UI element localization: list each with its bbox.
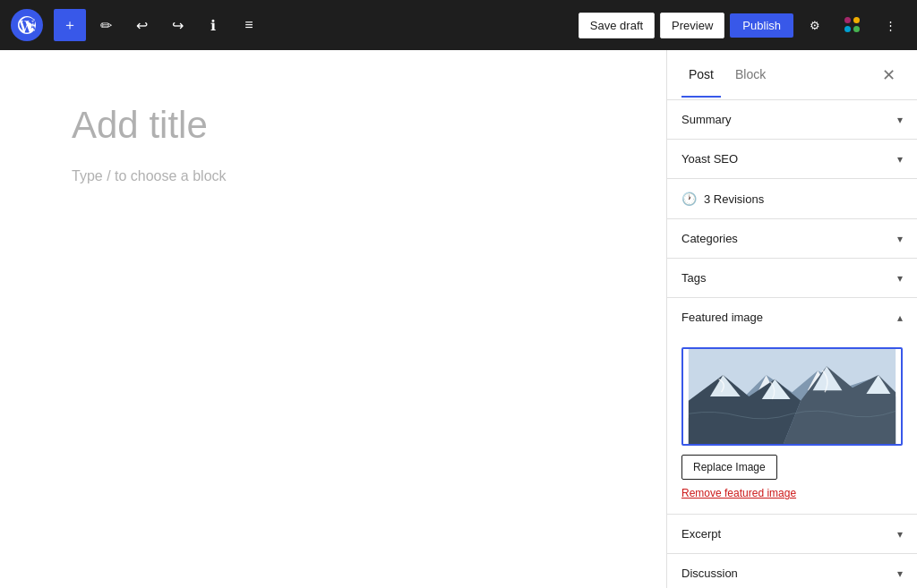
summary-section: Summary ▾ bbox=[667, 100, 917, 140]
pencil-icon: ✏ bbox=[100, 17, 112, 34]
yoast-chevron: ▾ bbox=[897, 153, 903, 166]
list-view-button[interactable]: ≡ bbox=[233, 9, 265, 41]
featured-image-header[interactable]: Featured image ▴ bbox=[667, 298, 917, 337]
tab-post[interactable]: Post bbox=[681, 53, 721, 98]
yoast-left: Yoast SEO bbox=[681, 152, 738, 166]
tags-section: Tags ▾ bbox=[667, 259, 917, 298]
ellipsis-icon: ⋮ bbox=[885, 19, 896, 32]
discussion-section: Discussion ▾ bbox=[667, 554, 917, 588]
replace-image-button[interactable]: Replace Image bbox=[681, 455, 777, 480]
wp-logo bbox=[11, 9, 43, 41]
tags-header[interactable]: Tags ▾ bbox=[667, 259, 917, 297]
discussion-title: Discussion bbox=[681, 567, 738, 580]
discussion-chevron: ▾ bbox=[897, 567, 903, 580]
clock-icon: 🕐 bbox=[681, 192, 697, 206]
undo-button[interactable]: ↩ bbox=[125, 9, 158, 41]
categories-chevron: ▾ bbox=[897, 233, 903, 245]
tags-title: Tags bbox=[681, 271, 706, 285]
summary-header[interactable]: Summary ▾ bbox=[667, 100, 917, 139]
yoast-seo-section[interactable]: Yoast SEO ▾ bbox=[667, 140, 917, 179]
discussion-header[interactable]: Discussion ▾ bbox=[667, 554, 917, 588]
revisions-section[interactable]: 🕐 3 Revisions bbox=[667, 179, 917, 219]
tags-chevron: ▾ bbox=[897, 272, 903, 285]
categories-header[interactable]: Categories ▾ bbox=[667, 219, 917, 258]
sidebar: Post Block ✕ Summary ▾ Yoast SEO ▾ 🕐 3 R… bbox=[666, 50, 917, 588]
yoast-icon bbox=[844, 17, 861, 33]
remove-featured-image-button[interactable]: Remove featured image bbox=[681, 487, 796, 499]
summary-chevron: ▾ bbox=[897, 114, 903, 126]
more-options-button[interactable]: ⋮ bbox=[874, 9, 906, 41]
sidebar-close-button[interactable]: ✕ bbox=[874, 61, 903, 89]
editor-area: Add title Type / to choose a block bbox=[0, 50, 666, 588]
add-block-button[interactable]: ＋ bbox=[54, 9, 86, 41]
settings-button[interactable]: ⚙ bbox=[799, 9, 831, 41]
featured-image-content: Replace Image Remove featured image bbox=[667, 337, 917, 514]
yoast-button[interactable] bbox=[836, 9, 869, 41]
post-title-field[interactable]: Add title bbox=[72, 104, 595, 147]
tab-block[interactable]: Block bbox=[728, 53, 773, 98]
featured-image-chevron: ▴ bbox=[897, 311, 903, 324]
publish-button[interactable]: Publish bbox=[730, 13, 793, 38]
categories-title: Categories bbox=[681, 232, 738, 245]
preview-button[interactable]: Preview bbox=[660, 13, 724, 38]
excerpt-title: Excerpt bbox=[681, 527, 721, 541]
toolbar-right: Save draft Preview Publish ⚙ ⋮ bbox=[578, 9, 906, 41]
summary-title: Summary bbox=[681, 113, 732, 126]
info-button[interactable]: ℹ bbox=[197, 9, 229, 41]
excerpt-chevron: ▾ bbox=[897, 528, 903, 541]
info-icon: ℹ bbox=[210, 17, 216, 34]
redo-icon: ↪ bbox=[172, 17, 184, 34]
revisions-label: 3 Revisions bbox=[704, 192, 764, 206]
save-draft-button[interactable]: Save draft bbox=[578, 13, 655, 38]
close-icon: ✕ bbox=[882, 65, 896, 85]
list-icon: ≡ bbox=[244, 17, 253, 33]
excerpt-header[interactable]: Excerpt ▾ bbox=[667, 515, 917, 553]
main-area: Add title Type / to choose a block Post … bbox=[0, 50, 917, 588]
undo-icon: ↩ bbox=[136, 17, 148, 34]
featured-image-title: Featured image bbox=[681, 311, 763, 324]
post-body-field[interactable]: Type / to choose a block bbox=[72, 168, 595, 184]
excerpt-section: Excerpt ▾ bbox=[667, 515, 917, 554]
redo-button[interactable]: ↪ bbox=[161, 9, 193, 41]
sidebar-header: Post Block ✕ bbox=[667, 50, 917, 100]
plus-icon: ＋ bbox=[63, 16, 77, 35]
categories-section: Categories ▾ bbox=[667, 219, 917, 259]
yoast-seo-title: Yoast SEO bbox=[681, 152, 738, 166]
featured-image-section: Featured image ▴ bbox=[667, 298, 917, 515]
tools-button[interactable]: ✏ bbox=[90, 9, 122, 41]
gear-icon: ⚙ bbox=[810, 19, 820, 32]
toolbar: ＋ ✏ ↩ ↪ ℹ ≡ Save draft Preview Publish ⚙ bbox=[0, 0, 917, 50]
featured-image-thumbnail[interactable] bbox=[681, 347, 903, 446]
